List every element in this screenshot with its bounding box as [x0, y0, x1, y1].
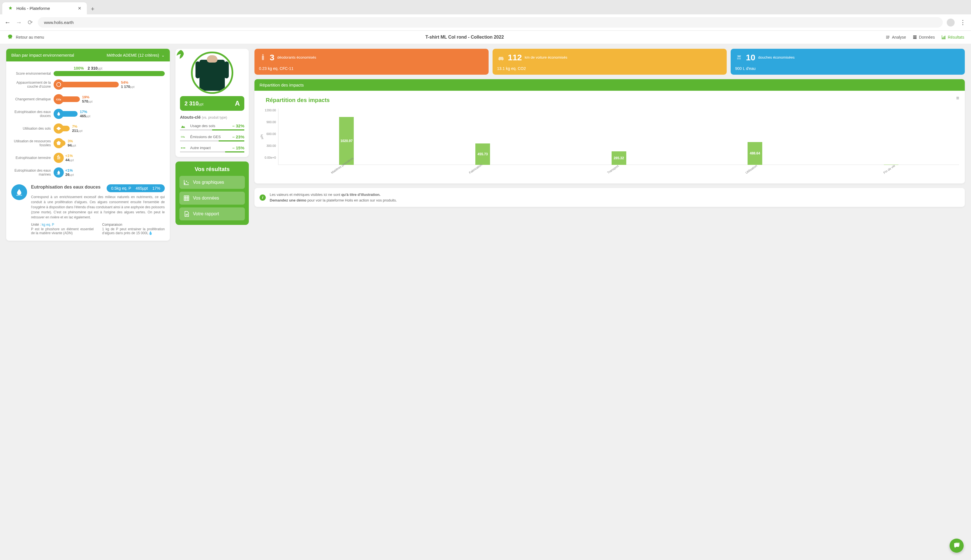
co2t-icon: CO₂ [180, 135, 187, 139]
btn-rapport[interactable]: Votre rapport [179, 207, 245, 220]
land-icon [53, 123, 64, 133]
chevron-down-icon: ⌄ [161, 53, 165, 57]
impact-row[interactable]: CO₂ 19% 570µpt [53, 94, 165, 104]
score-header: 100% 2 310µpt [11, 66, 165, 70]
sliders-icon [885, 35, 890, 40]
svg-point-10 [184, 147, 186, 148]
method-selector[interactable]: Méthode ADEME (12 critères) ⌄ [107, 53, 165, 57]
notice-banner: i Les valeurs et métriques visibles ici … [254, 188, 965, 207]
impact-row[interactable]: 54% 1 170µpt [53, 80, 165, 90]
results-title: Vos résultats [179, 166, 245, 172]
btn-donnees[interactable]: Vos données [179, 192, 245, 205]
nav-resultats[interactable]: Résultats [941, 35, 964, 40]
product-card: 2 310µpt A Atouts-clé (vs. produit type)… [175, 49, 249, 157]
bilan-card: Bilan par impact environnemental Méthode… [6, 49, 170, 241]
nav-analyse[interactable]: Analyse [885, 35, 906, 40]
impact-label: Utilisation de ressources fossiles [11, 139, 51, 147]
chart-title: Répartition des impacts [266, 97, 959, 103]
svg-point-9 [182, 147, 184, 148]
impact-row[interactable]: <1% 26µpt [53, 167, 165, 178]
marine-icon [53, 167, 64, 178]
detail-badge: 0.5kg eq. P 465µpt 17% [107, 184, 165, 192]
back-icon[interactable]: ← [4, 19, 11, 26]
detail-box: Eutrophisation des eaux douces 0.5kg eq.… [11, 184, 165, 235]
file-icon [183, 211, 190, 217]
svg-point-11 [184, 183, 186, 184]
close-icon[interactable]: × [78, 5, 81, 12]
svg-point-16 [499, 59, 500, 61]
nav-donnees[interactable]: Données [913, 35, 935, 40]
svg-point-12 [186, 181, 187, 182]
atout-row: Usage des sols – 32% [180, 123, 244, 128]
dots-icon [180, 146, 187, 150]
database-icon [913, 35, 918, 40]
fossil-icon [53, 138, 64, 148]
impact-label: Eutrophisation des eaux douces [11, 110, 51, 118]
address-bar[interactable]: www.holis.earth [38, 17, 943, 28]
detail-description: Correspond à un enrichissement excessif … [31, 195, 165, 220]
ozone-icon [53, 80, 64, 90]
impact-row[interactable]: <1% 44µpt [53, 153, 165, 163]
atout-row: Autre impact – 15% [180, 145, 244, 150]
svg-point-13 [187, 182, 189, 183]
water-drop-icon [11, 184, 27, 200]
impact-label: Changement climatique [11, 97, 51, 101]
reload-icon[interactable]: ⟳ [27, 19, 34, 26]
top-nav: Analyse Données Résultats [885, 35, 964, 40]
forward-icon[interactable]: → [15, 19, 23, 26]
svg-point-4 [57, 156, 58, 157]
new-tab-button[interactable]: + [89, 5, 96, 14]
bar-chart: µPt 1200.00900.00600.00300.000.00e+0 102… [260, 108, 959, 165]
impact-bar [58, 82, 119, 87]
impact-row[interactable]: 17% 465µpt [53, 109, 165, 119]
browser-tab[interactable]: Holis - Plateforme × [2, 2, 87, 14]
repartition-header: Répartition des impacts [254, 79, 965, 91]
score-bar [53, 71, 165, 76]
chart-icon [941, 35, 946, 40]
svg-point-6 [59, 157, 60, 158]
repartition-card: Répartition des impacts ≡ Répartition de… [254, 79, 965, 183]
chart-menu-icon[interactable]: ≡ [956, 95, 959, 101]
chart-bar[interactable]: 488.64 [747, 142, 762, 165]
terr-icon [53, 153, 64, 163]
scatter-icon [183, 179, 190, 185]
detail-title: Eutrophisation des eaux douces [31, 184, 100, 190]
atout-bar [180, 151, 244, 152]
atout-bar [180, 140, 244, 142]
impact-row[interactable]: 7% 211µpt [53, 123, 165, 133]
score-pill: 2 310µpt A [180, 96, 244, 111]
svg-point-5 [58, 155, 59, 156]
car-icon [497, 53, 505, 62]
co2-icon: CO₂ [53, 94, 64, 104]
page-title: T-shirt ML Col rond - Collection 2022 [44, 35, 885, 40]
svg-rect-14 [262, 55, 264, 60]
shower-icon [735, 53, 743, 62]
profile-avatar[interactable] [947, 18, 954, 27]
svg-point-17 [501, 59, 503, 61]
svg-text:CO₂: CO₂ [56, 98, 61, 101]
btn-graphiques[interactable]: Vos graphiques [179, 176, 245, 189]
equivalence-card: 112 km de voiture économisés 13.1 kg eq.… [493, 49, 727, 75]
chart-bar[interactable] [884, 165, 899, 165]
atout-bar [180, 129, 244, 130]
svg-point-0 [888, 36, 889, 37]
app-topbar: Retour au menu T-shirt ML Col rond - Col… [0, 31, 971, 44]
impact-label: Utilisation des sols [11, 127, 51, 130]
results-card: Vos résultats Vos graphiques Vos données… [175, 162, 249, 225]
chart-bar[interactable]: 285.32 [612, 151, 626, 165]
chart-bar[interactable]: 455.73 [475, 143, 490, 165]
equivalence-card: 10 douches économisées 900 L d'eau [730, 49, 965, 75]
table-icon [183, 195, 190, 201]
score-label: Score environnemental [11, 72, 51, 75]
logo-icon [7, 34, 13, 40]
impact-row[interactable]: 3% 94µpt [53, 138, 165, 148]
leaf-icon [174, 49, 188, 63]
svg-rect-15 [262, 54, 264, 55]
back-to-menu[interactable]: Retour au menu [7, 34, 44, 40]
tab-title: Holis - Plateforme [17, 6, 75, 11]
bilan-title: Bilan par impact environnemental [11, 53, 74, 57]
favicon-icon [8, 6, 13, 11]
score-grade: A [235, 100, 240, 107]
menu-icon[interactable]: ⋮ [959, 19, 967, 26]
atout-row: CO₂ Émissions de GES – 23% [180, 135, 244, 139]
